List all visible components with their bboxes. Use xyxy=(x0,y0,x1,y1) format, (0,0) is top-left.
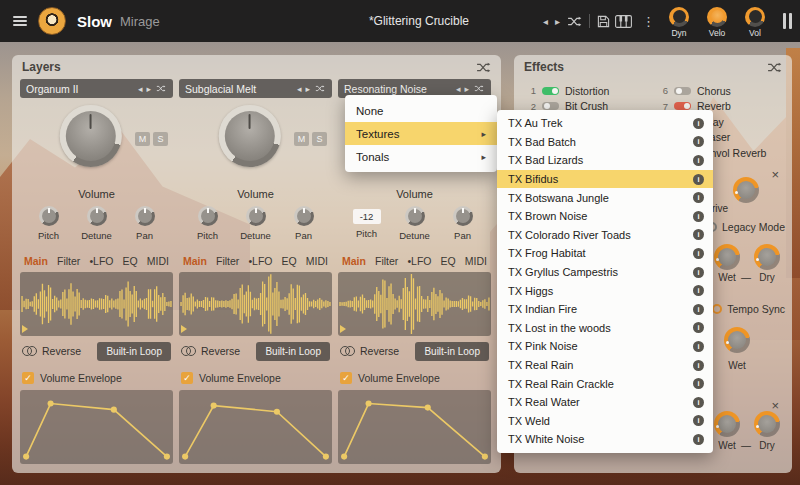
layer1-builtin-loop-button[interactable]: Built-in Loop xyxy=(97,342,171,361)
info-icon[interactable]: i xyxy=(693,174,704,185)
info-icon[interactable]: i xyxy=(693,155,704,166)
submenu-item[interactable]: TX Bad Lizardsi xyxy=(497,151,713,170)
layer2-waveform-display[interactable] xyxy=(179,272,332,336)
layer2-header[interactable]: Subglacial Melt ◂ ▸ xyxy=(179,79,332,98)
layer3-builtin-loop-button[interactable]: Built-in Loop xyxy=(415,342,489,361)
layer1-pan-knob[interactable] xyxy=(135,206,155,226)
layer3-tab-lfo[interactable]: •LFO xyxy=(407,255,431,267)
layer1-header[interactable]: Organum II ◂ ▸ xyxy=(20,79,173,98)
reverb-wet-knob[interactable] xyxy=(714,411,740,437)
layer1-tab-eq[interactable]: EQ xyxy=(123,255,138,267)
random-preset-icon[interactable] xyxy=(567,16,582,27)
layer2-volume-knob[interactable] xyxy=(218,105,280,167)
layer1-tab-main[interactable]: Main xyxy=(24,255,48,267)
submenu-item[interactable]: TX Botswana Junglei xyxy=(497,188,713,207)
info-icon[interactable]: i xyxy=(693,136,704,147)
prev-preset-icon[interactable]: ◂ xyxy=(543,16,548,27)
info-icon[interactable]: i xyxy=(693,229,704,240)
menu-item-textures[interactable]: Textures ▸ xyxy=(345,122,497,145)
layer3-envelope-editor[interactable] xyxy=(338,390,491,464)
reverb-dry-knob[interactable] xyxy=(754,411,780,437)
layer3-prev-icon[interactable]: ◂ xyxy=(456,84,461,94)
submenu-item[interactable]: TX Real Rain Cracklei xyxy=(497,374,713,393)
more-options-icon[interactable]: ⋮ xyxy=(642,14,655,29)
layer3-detune-knob[interactable] xyxy=(405,206,425,226)
layer1-solo-button[interactable]: S xyxy=(153,132,168,146)
layer3-pitch-value[interactable]: -12 xyxy=(353,209,381,224)
next-preset-icon[interactable]: ▸ xyxy=(555,16,560,27)
layer3-tab-midi[interactable]: MIDI xyxy=(465,255,487,267)
info-icon[interactable]: i xyxy=(693,267,704,278)
layer1-tab-lfo[interactable]: •LFO xyxy=(89,255,113,267)
layer3-pan-knob[interactable] xyxy=(453,206,473,226)
layer3-reverse-toggle[interactable]: Reverse xyxy=(340,345,399,357)
submenu-item[interactable]: TX Frog Habitati xyxy=(497,244,713,263)
layer3-volume-envelope-checkbox[interactable]: ✓ xyxy=(340,372,352,384)
submenu-item[interactable]: TX Weldi xyxy=(497,412,713,431)
distortion-toggle[interactable] xyxy=(542,87,559,95)
info-icon[interactable]: i xyxy=(693,397,704,408)
info-icon[interactable]: i xyxy=(693,415,704,426)
submenu-item[interactable]: TX Real Raini xyxy=(497,356,713,375)
close-distortion-icon[interactable]: × xyxy=(771,168,779,181)
save-preset-icon[interactable] xyxy=(597,15,610,28)
layer1-detune-knob[interactable] xyxy=(87,206,107,226)
submenu-item[interactable]: TX Real Wateri xyxy=(497,393,713,412)
layer2-envelope-editor[interactable] xyxy=(179,390,332,464)
layer1-tab-filter[interactable]: Filter xyxy=(57,255,80,267)
layer2-tab-midi[interactable]: MIDI xyxy=(306,255,328,267)
info-icon[interactable]: i xyxy=(693,378,704,389)
submenu-item-selected[interactable]: TX Bifidusi xyxy=(497,170,713,189)
layer2-reverse-toggle[interactable]: Reverse xyxy=(181,345,240,357)
layer2-detune-knob[interactable] xyxy=(246,206,266,226)
layer2-volume-envelope-checkbox[interactable]: ✓ xyxy=(181,372,193,384)
effect-slot-distortion[interactable]: 1 Distortion xyxy=(524,83,650,99)
tempo-sync-toggle[interactable]: Tempo Sync xyxy=(712,303,785,315)
vol-knob[interactable] xyxy=(745,7,765,27)
layer2-solo-button[interactable]: S xyxy=(312,132,327,146)
effect-slot-chorus[interactable]: 6 Chorus xyxy=(656,83,782,99)
layer1-mute-button[interactable]: M xyxy=(135,132,150,146)
menu-item-none[interactable]: None xyxy=(345,99,497,122)
layer1-loop-marker-icon[interactable] xyxy=(22,325,28,333)
menu-item-tonals[interactable]: Tonals ▸ xyxy=(345,145,497,168)
info-icon[interactable]: i xyxy=(693,341,704,352)
layer2-pitch-knob[interactable] xyxy=(198,206,218,226)
layer2-next-icon[interactable]: ▸ xyxy=(305,84,310,94)
keyboard-icon[interactable] xyxy=(615,15,632,28)
legacy-mode-toggle[interactable]: Legacy Mode xyxy=(707,221,785,233)
layer1-volume-envelope-checkbox[interactable]: ✓ xyxy=(22,372,34,384)
submenu-item[interactable]: TX Lost in the woodsi xyxy=(497,319,713,338)
layer2-tab-lfo[interactable]: •LFO xyxy=(248,255,272,267)
layer2-prev-icon[interactable]: ◂ xyxy=(297,84,302,94)
layer3-next-icon[interactable]: ▸ xyxy=(464,84,469,94)
close-reverb-icon[interactable]: × xyxy=(771,399,779,412)
info-icon[interactable]: i xyxy=(693,248,704,259)
layer2-builtin-loop-button[interactable]: Built-in Loop xyxy=(256,342,330,361)
dyn-knob[interactable] xyxy=(669,7,689,27)
info-icon[interactable]: i xyxy=(693,192,704,203)
info-icon[interactable]: i xyxy=(693,118,704,129)
randomize-effects-icon[interactable] xyxy=(767,62,782,73)
layer2-tab-main[interactable]: Main xyxy=(183,255,207,267)
layer2-random-icon[interactable] xyxy=(315,85,325,92)
layer3-waveform-display[interactable] xyxy=(338,272,491,336)
delay-wet-knob[interactable] xyxy=(724,327,750,353)
layer3-tab-filter[interactable]: Filter xyxy=(375,255,398,267)
submenu-item[interactable]: TX Pink Noisei xyxy=(497,337,713,356)
velo-knob[interactable] xyxy=(707,7,727,27)
submenu-item[interactable]: TX Colorado River Toadsi xyxy=(497,226,713,245)
submenu-item[interactable]: TX Bad Batchi xyxy=(497,133,713,152)
drive-knob[interactable] xyxy=(733,177,759,203)
layer2-tab-eq[interactable]: EQ xyxy=(282,255,297,267)
layer3-loop-marker-icon[interactable] xyxy=(340,325,346,333)
layer1-pitch-knob[interactable] xyxy=(39,206,59,226)
layer3-random-icon[interactable] xyxy=(474,85,484,92)
menu-icon[interactable] xyxy=(13,16,27,26)
layer1-next-icon[interactable]: ▸ xyxy=(146,84,151,94)
layer2-mute-button[interactable]: M xyxy=(294,132,309,146)
bitcrush-dry-knob[interactable] xyxy=(754,244,780,270)
layer3-tab-eq[interactable]: EQ xyxy=(441,255,456,267)
layer1-envelope-editor[interactable] xyxy=(20,390,173,464)
preset-name[interactable]: *Glittering Crucible xyxy=(295,14,543,28)
